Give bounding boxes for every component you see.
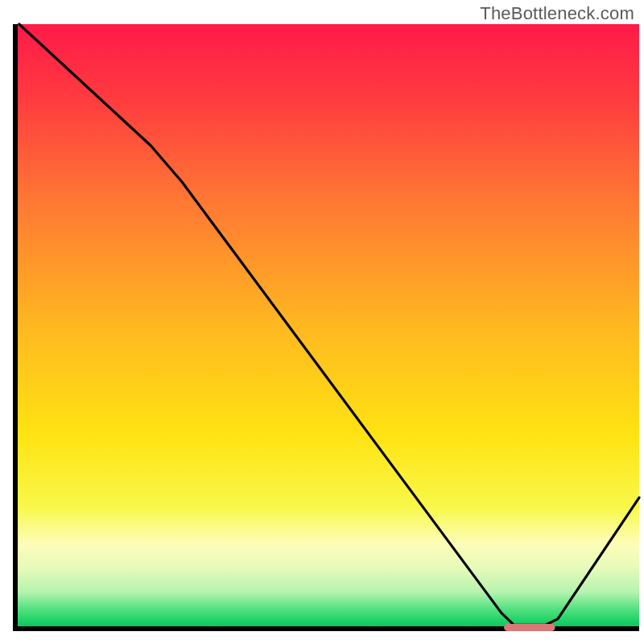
chart-container: TheBottleneck.com bbox=[0, 0, 644, 644]
gradient-background bbox=[16, 24, 639, 628]
bottleneck-chart bbox=[0, 0, 644, 644]
plot-area bbox=[13, 24, 639, 631]
